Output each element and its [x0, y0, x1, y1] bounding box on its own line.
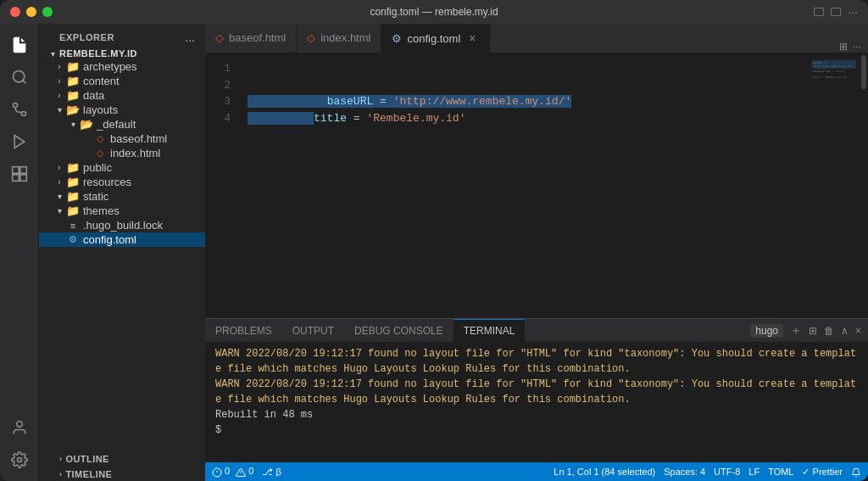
editor-scrollbar[interactable]: [860, 53, 868, 318]
sidebar-item-static[interactable]: ▾ 📁 static: [39, 189, 205, 204]
line-num-2: 2: [205, 77, 231, 94]
baseof-label: baseof.html: [110, 132, 167, 145]
config-toml-label: config.toml: [83, 233, 136, 246]
status-git[interactable]: ⎇ β: [262, 467, 281, 478]
status-errors[interactable]: 0 0: [212, 466, 253, 477]
file-toml-icon: ⚙: [66, 234, 80, 245]
status-notifications[interactable]: [851, 466, 861, 477]
extensions-activity-icon[interactable]: [5, 159, 34, 188]
outline-section[interactable]: › OUTLINE: [39, 450, 205, 466]
tab-baseof[interactable]: ◇ baseof.html: [205, 23, 297, 53]
sidebar-item-resources[interactable]: › 📁 resources: [39, 175, 205, 189]
archetypes-arrow: ›: [53, 62, 66, 71]
svg-line-1: [22, 81, 25, 84]
status-line-ending[interactable]: LF: [748, 467, 760, 477]
timeline-section[interactable]: › TIMELINE: [39, 466, 205, 481]
split-editor-icon[interactable]: ⊞: [839, 41, 848, 53]
folder-icon: 📁: [66, 190, 80, 203]
status-position[interactable]: Ln 1, Col 1 (84 selected): [554, 467, 655, 477]
tab-bar: ◇ baseof.html ◇ index.html ⚙ config.toml…: [205, 24, 868, 53]
tab-html-icon-2: ◇: [307, 31, 315, 44]
code-string-3: 'Rembele.my.id': [366, 112, 465, 125]
sidebar-item-baseof[interactable]: ◇ baseof.html: [39, 131, 205, 146]
delete-terminal-icon[interactable]: 🗑: [824, 325, 834, 337]
activity-bar: [0, 24, 39, 481]
settings-activity-icon[interactable]: [5, 445, 34, 474]
search-activity-icon[interactable]: [5, 63, 34, 92]
hugo-lock-label: .hugo_build.lock: [83, 219, 163, 232]
content-arrow: ›: [53, 76, 66, 86]
sidebar-item-public[interactable]: › 📁 public: [39, 160, 205, 175]
split-terminal-icon[interactable]: ⊞: [809, 325, 817, 337]
sidebar-item-index[interactable]: ◇ index.html: [39, 146, 205, 160]
folder-icon: 📁: [66, 89, 80, 102]
status-prettier[interactable]: ✓ Prettier: [802, 467, 843, 478]
svg-rect-8: [12, 175, 19, 182]
traffic-lights: [10, 7, 53, 17]
maximize-panel-icon[interactable]: ∧: [841, 325, 849, 337]
layouts-label: layouts: [83, 103, 118, 116]
panel-actions: hugo ＋ ⊞ 🗑 ∧ ×: [750, 323, 868, 338]
sidebar-item-data[interactable]: › 📁 data: [39, 88, 205, 103]
close-button[interactable]: [10, 7, 20, 17]
resources-arrow: ›: [53, 177, 66, 187]
panel-tab-terminal[interactable]: TERMINAL: [453, 319, 526, 343]
code-area[interactable]: baseURL = 'http://www.rembele.my.id/' la…: [241, 53, 809, 318]
line-num-3: 3: [205, 93, 231, 110]
terminal-line-1: WARN 2022/08/20 19:12:17 found no layout…: [215, 346, 858, 377]
tab-index[interactable]: ◇ index.html: [297, 23, 381, 53]
explorer-activity-icon[interactable]: [5, 31, 34, 59]
panel-tab-debug[interactable]: DEBUG CONSOLE: [344, 319, 453, 343]
minimize-button[interactable]: [26, 7, 36, 17]
status-language[interactable]: TOML: [768, 467, 793, 477]
svg-marker-4: [14, 136, 25, 148]
git-branch-icon: ⎇: [262, 467, 273, 477]
panel-tab-output[interactable]: OUTPUT: [282, 319, 344, 343]
sidebar-item-archetypes[interactable]: › 📁 archetypes: [39, 59, 205, 74]
folder-open-icon: 📂: [80, 118, 93, 131]
add-terminal-icon[interactable]: ＋: [790, 323, 802, 338]
tab-close-config[interactable]: ×: [465, 31, 479, 45]
sidebar-item-layouts[interactable]: ▾ 📂 layouts: [39, 103, 205, 117]
panel-tabs: PROBLEMS OUTPUT DEBUG CONSOLE TERMINAL h…: [205, 319, 868, 343]
status-encoding[interactable]: UTF-8: [714, 467, 740, 477]
terminal-label: TERMINAL: [464, 325, 515, 337]
accounts-activity-icon[interactable]: [5, 413, 34, 442]
folder-icon: 📁: [66, 161, 80, 174]
sidebar-item-themes[interactable]: ▾ 📁 themes: [39, 204, 205, 218]
sidebar-item-config-toml[interactable]: ⚙ config.toml: [39, 232, 205, 247]
svg-rect-6: [19, 167, 26, 174]
close-panel-icon[interactable]: ×: [855, 325, 861, 337]
content-label: content: [83, 75, 120, 87]
code-key-1: baseURL: [327, 95, 374, 108]
sidebar-root[interactable]: ▾ REMBELE.MY.ID: [39, 48, 205, 59]
panel-content[interactable]: WARN 2022/08/20 19:12:17 found no layout…: [205, 343, 868, 462]
debug-label: DEBUG CONSOLE: [354, 325, 443, 337]
run-activity-icon[interactable]: [5, 127, 34, 156]
minimap-content: baseURL = 'http://www.rembele.my.id/' la…: [809, 53, 860, 87]
source-control-activity-icon[interactable]: [5, 95, 34, 124]
more-actions-icon[interactable]: ···: [853, 41, 861, 53]
data-label: data: [83, 89, 104, 102]
folder-icon: 📁: [66, 204, 80, 217]
status-spaces[interactable]: Spaces: 4: [664, 467, 705, 477]
code-string-1: 'http://www.rembele.my.id/': [393, 95, 572, 108]
tab-config-toml[interactable]: ⚙ config.toml ×: [381, 23, 490, 53]
panel-tab-problems[interactable]: PROBLEMS: [205, 319, 282, 343]
error-count: 0: [225, 466, 230, 476]
themes-label: themes: [83, 204, 120, 217]
sidebar-item-default[interactable]: ▾ 📂 _default: [39, 117, 205, 131]
maximize-button[interactable]: [42, 7, 53, 17]
themes-arrow: ▾: [53, 206, 66, 215]
sidebar-more-icon[interactable]: ...: [185, 31, 195, 44]
timeline-arrow: ›: [59, 470, 62, 478]
status-right: Ln 1, Col 1 (84 selected) Spaces: 4 UTF-…: [554, 466, 861, 477]
problems-label: PROBLEMS: [215, 325, 272, 337]
sidebar-item-hugo-lock[interactable]: ≡ .hugo_build.lock: [39, 218, 205, 232]
sidebar-item-content[interactable]: › 📁 content: [39, 74, 205, 88]
window-title: config.toml — rembele.my.id: [370, 6, 498, 18]
folder-open-icon: 📂: [66, 103, 80, 116]
outline-label: OUTLINE: [65, 454, 108, 464]
menu-dots[interactable]: ···: [848, 5, 858, 19]
default-arrow: ▾: [66, 120, 80, 129]
